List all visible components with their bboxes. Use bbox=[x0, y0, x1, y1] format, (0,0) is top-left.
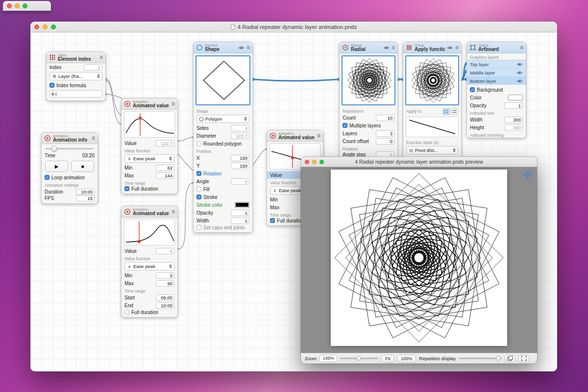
full-duration-checkbox[interactable]: ✓ bbox=[270, 218, 275, 223]
minimize-button[interactable] bbox=[312, 160, 317, 164]
close-icon[interactable] bbox=[7, 3, 12, 8]
menu-icon[interactable]: ≡ bbox=[317, 133, 320, 138]
minimize-icon[interactable] bbox=[15, 3, 20, 8]
width-field[interactable]: 300 bbox=[504, 117, 523, 123]
start-field[interactable]: 06:00 bbox=[156, 294, 174, 301]
node-header[interactable]: ValueElement index ≡ bbox=[47, 52, 105, 63]
close-button[interactable] bbox=[34, 24, 39, 29]
node-header[interactable]: ElementShape ≡ bbox=[194, 42, 252, 53]
title-bar[interactable]: 4 Radial repeater dynamic layer animatio… bbox=[30, 22, 557, 32]
diameter-field[interactable]: 122.7 bbox=[231, 133, 249, 139]
width-field[interactable]: 1 bbox=[231, 218, 249, 224]
value-field[interactable]: 0 bbox=[156, 248, 174, 254]
full-duration-checkbox[interactable] bbox=[124, 310, 129, 315]
node-header[interactable]: AnimationAnimation info ≡ bbox=[42, 133, 98, 144]
stroke-color-swatch[interactable] bbox=[235, 202, 249, 208]
play-button[interactable]: ▶ bbox=[45, 161, 68, 172]
opacity-field[interactable]: 1 bbox=[231, 210, 249, 216]
layer-row-bottom[interactable]: Bottom layer bbox=[467, 76, 526, 85]
node-canvas[interactable]: ValueElement index ≡ Index 2 ⚙ Layer (Ra… bbox=[30, 32, 556, 371]
fps-field[interactable]: 15 bbox=[76, 195, 95, 201]
rotation-checkbox[interactable]: ✓ bbox=[196, 171, 201, 176]
count-offset-field[interactable]: 0 bbox=[376, 138, 394, 145]
node-element-index[interactable]: ValueElement index ≡ Index 2 ⚙ Layer (Ra… bbox=[46, 51, 106, 101]
background-checkbox[interactable]: ✓ bbox=[470, 87, 475, 92]
time-slider-knob[interactable] bbox=[51, 146, 57, 151]
full-duration-checkbox[interactable]: ✓ bbox=[124, 186, 129, 191]
sides-field[interactable]: 4 bbox=[231, 125, 249, 131]
layer-row-top[interactable]: Top layer bbox=[467, 60, 526, 68]
height-field[interactable]: 300 bbox=[504, 124, 523, 131]
preview-window[interactable]: 4 Radial repeater dynamic layer animatio… bbox=[301, 157, 537, 364]
multiple-layers-checkbox[interactable]: ✓ bbox=[343, 123, 347, 128]
preview-title-bar[interactable]: 4 Radial repeater dynamic layer animatio… bbox=[301, 157, 537, 167]
max-field[interactable]: 144 bbox=[156, 172, 174, 179]
loop-animation-checkbox[interactable]: ✓ bbox=[45, 175, 49, 180]
apply-mode-grid-icon[interactable] bbox=[442, 108, 450, 115]
close-button[interactable] bbox=[305, 160, 309, 164]
node-header[interactable]: GroupApply function ≡ bbox=[403, 42, 461, 53]
node-header[interactable]: OutputArtboard ≡ bbox=[467, 42, 526, 53]
background-color-swatch[interactable] bbox=[508, 95, 523, 100]
fullscreen-button[interactable] bbox=[319, 160, 324, 164]
node-animation-info[interactable]: AnimationAnimation info ≡ Time03:20 ▶ ■ … bbox=[41, 132, 98, 204]
menu-icon[interactable]: ≡ bbox=[172, 209, 175, 214]
node-header[interactable]: AnimationAnimated value ≡ bbox=[267, 130, 323, 142]
x-field[interactable]: 150 bbox=[231, 155, 249, 161]
time-slider[interactable] bbox=[46, 148, 94, 149]
value-field[interactable]: 122.7 bbox=[156, 140, 174, 147]
eye-icon[interactable] bbox=[516, 62, 523, 67]
zoom-icon[interactable] bbox=[23, 3, 27, 8]
value-function-dropdown[interactable]: ∧ Ease peak bbox=[124, 262, 174, 270]
formula-field[interactable]: 6-i bbox=[49, 90, 102, 98]
layers-display-button[interactable] bbox=[505, 355, 515, 363]
fullscreen-button[interactable] bbox=[51, 24, 56, 29]
apply-mode-rows-icon[interactable] bbox=[451, 108, 458, 115]
layer-dropdown[interactable]: ⚙ Layer (Ra... bbox=[49, 72, 102, 80]
fullscreen-preview-button[interactable] bbox=[518, 355, 529, 363]
function-input-dropdown[interactable]: ◎ Pivot dist... bbox=[406, 146, 458, 154]
stroke-checkbox[interactable]: ✓ bbox=[196, 195, 201, 199]
node-header[interactable]: AnimationAnimated value ≡ bbox=[122, 98, 177, 110]
zoom-slider[interactable] bbox=[340, 358, 378, 359]
menu-icon[interactable]: ≡ bbox=[92, 136, 95, 141]
min-field[interactable]: 62 bbox=[156, 165, 174, 171]
fit-button[interactable]: Fit bbox=[381, 355, 394, 363]
minimize-button[interactable] bbox=[43, 24, 48, 29]
node-shape[interactable]: ElementShape ≡ Shape Polygon Sides4 Diam… bbox=[193, 42, 253, 233]
duration-field[interactable]: 10:00 bbox=[76, 189, 95, 195]
count-field[interactable]: 10 bbox=[376, 115, 394, 121]
min-field[interactable]: 0 bbox=[156, 272, 174, 279]
eye-icon[interactable] bbox=[516, 79, 523, 83]
max-field[interactable]: 90 bbox=[156, 280, 174, 287]
stop-button[interactable]: ■ bbox=[71, 161, 94, 172]
node-artboard[interactable]: OutputArtboard ≡ Graphics layers Top lay… bbox=[466, 42, 526, 138]
node-radial[interactable]: RepeatRadial ≡ Repetitions Count10 ✓Mult… bbox=[339, 42, 398, 160]
menu-icon[interactable]: ≡ bbox=[172, 101, 175, 106]
menu-icon[interactable]: ≡ bbox=[455, 45, 459, 50]
angle-field[interactable]: 0 bbox=[231, 178, 249, 185]
eye-icon[interactable] bbox=[238, 46, 245, 50]
index-field[interactable]: 2 bbox=[84, 64, 102, 71]
repetition-slider-knob[interactable] bbox=[496, 356, 501, 361]
value-function-dropdown[interactable]: ∧ Ease peak bbox=[124, 154, 174, 163]
opacity-field[interactable]: 1 bbox=[504, 102, 523, 109]
rounded-polygon-checkbox[interactable] bbox=[196, 141, 201, 146]
fill-checkbox[interactable] bbox=[196, 187, 201, 192]
layer-row-middle[interactable]: Middle layer bbox=[467, 68, 526, 76]
zoom-field[interactable]: 145% bbox=[319, 355, 337, 362]
zoom-slider-knob[interactable] bbox=[356, 356, 361, 361]
node-animated-value-2[interactable]: AnimationAnimated value ≡ Value0 Value f… bbox=[121, 206, 178, 318]
menu-icon[interactable]: ≡ bbox=[99, 55, 103, 60]
node-header[interactable]: RepeatRadial ≡ bbox=[340, 42, 397, 53]
move-tool-icon[interactable] bbox=[523, 170, 532, 179]
end-field[interactable]: 10:00 bbox=[156, 302, 174, 309]
eye-icon[interactable] bbox=[447, 46, 453, 50]
y-field[interactable]: 150 bbox=[231, 163, 249, 169]
node-animated-value-1[interactable]: AnimationAnimated value ≡ Value122.7 Val… bbox=[121, 98, 178, 194]
shape-type-dropdown[interactable]: Polygon bbox=[196, 115, 249, 123]
menu-icon[interactable]: ≡ bbox=[392, 45, 395, 50]
menu-icon[interactable]: ≡ bbox=[246, 45, 250, 50]
node-header[interactable]: AnimationAnimated value ≡ bbox=[122, 206, 177, 218]
menu-icon[interactable]: ≡ bbox=[520, 45, 523, 50]
